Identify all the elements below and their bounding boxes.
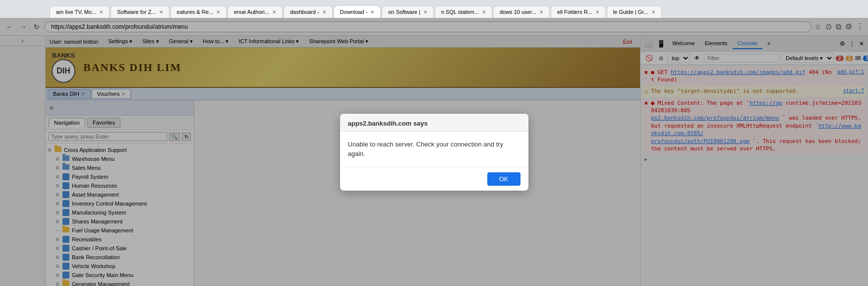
tab-label: le Guide | Gr... bbox=[613, 9, 648, 15]
dialog-overlay: apps2.banksdih.com says Unable to reach … bbox=[0, 18, 868, 286]
dialog-box: apps2.banksdih.com says Unable to reach … bbox=[340, 114, 528, 191]
dialog-title: apps2.banksdih.com says bbox=[348, 120, 428, 127]
tab-label: dashboard - bbox=[290, 9, 319, 15]
tab-label: dows 10 user... bbox=[500, 9, 536, 15]
tab-folders[interactable]: ell Folders R... ✕ bbox=[551, 5, 606, 18]
dialog-message: Unable to reach server. Check your conne… bbox=[348, 141, 504, 158]
close-icon[interactable]: ✕ bbox=[423, 9, 427, 15]
tab-label: on Software | bbox=[388, 9, 420, 15]
close-icon[interactable]: ✕ bbox=[539, 9, 543, 15]
tab-label: Software for Z... bbox=[117, 9, 156, 15]
tab-label: n SQL statem... bbox=[441, 9, 479, 15]
close-icon[interactable]: ✕ bbox=[99, 9, 103, 15]
tab-live-tv[interactable]: am live TV, Mo... ✕ bbox=[50, 5, 110, 18]
tab-download[interactable]: Download - ✕ bbox=[334, 5, 381, 18]
tab-revenue[interactable]: enue Authori... ✕ bbox=[228, 5, 283, 18]
close-icon[interactable]: ✕ bbox=[595, 9, 599, 15]
tab-windows[interactable]: dows 10 user... ✕ bbox=[493, 5, 550, 18]
dialog-ok-button[interactable]: OK bbox=[487, 172, 521, 186]
tab-label: Download - bbox=[340, 9, 368, 15]
tab-label: am live TV, Mo... bbox=[56, 9, 96, 15]
tab-guide[interactable]: le Guide | Gr... ✕ bbox=[607, 5, 662, 18]
close-icon[interactable]: ✕ bbox=[370, 9, 374, 15]
close-icon[interactable]: ✕ bbox=[322, 9, 326, 15]
dialog-footer: OK bbox=[340, 167, 528, 191]
tab-on-software[interactable]: on Software | ✕ bbox=[382, 5, 434, 18]
tab-features[interactable]: eatures & Re... ✕ bbox=[171, 5, 227, 18]
tab-label: enue Authori... bbox=[234, 9, 269, 15]
dialog-header: apps2.banksdih.com says bbox=[340, 114, 528, 132]
tab-label: eatures & Re... bbox=[177, 9, 213, 15]
dialog-body: Unable to reach server. Check your conne… bbox=[340, 132, 528, 167]
close-icon[interactable]: ✕ bbox=[272, 9, 276, 15]
close-icon[interactable]: ✕ bbox=[651, 9, 655, 15]
tab-software[interactable]: Software for Z... ✕ bbox=[111, 5, 169, 18]
close-icon[interactable]: ✕ bbox=[482, 9, 486, 15]
tab-label: ell Folders R... bbox=[557, 9, 592, 15]
close-icon[interactable]: ✕ bbox=[159, 9, 163, 15]
tab-dashboard[interactable]: dashboard - ✕ bbox=[284, 5, 333, 18]
close-icon[interactable]: ✕ bbox=[216, 9, 220, 15]
browser-tab-bar: am live TV, Mo... ✕ Software for Z... ✕ … bbox=[0, 0, 868, 18]
tab-sql[interactable]: n SQL statem... ✕ bbox=[435, 5, 492, 18]
